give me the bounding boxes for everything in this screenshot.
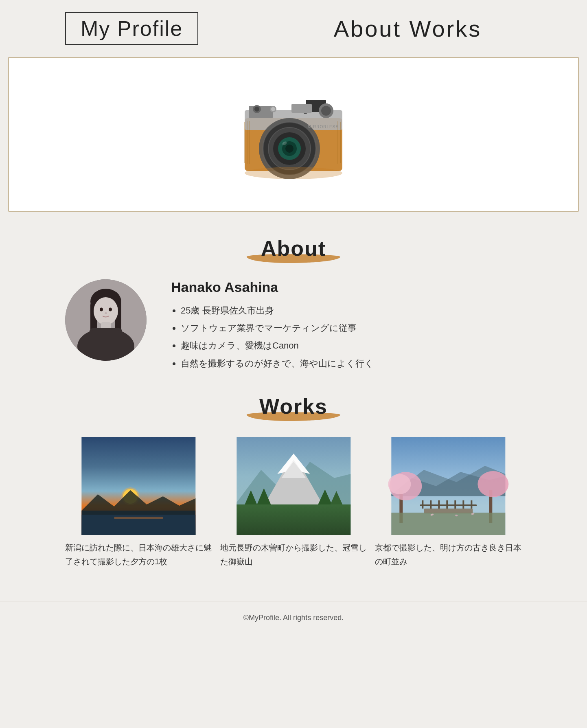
work-caption-1: 新潟に訪れた際に、日本海の雄大さに魅了されて撮影した夕方の1枚 xyxy=(65,541,212,568)
my-profile-title: My Profile xyxy=(65,12,198,45)
about-works-title: About Works xyxy=(334,15,482,42)
svg-point-9 xyxy=(321,106,331,116)
svg-rect-70 xyxy=(438,500,440,509)
svg-point-11 xyxy=(271,107,275,111)
profile-list: 25歳 長野県佐久市出身 ソフトウェア業界でマーケティングに従事 趣味はカメラ、… xyxy=(171,303,522,371)
list-item: 25歳 長野県佐久市出身 xyxy=(181,303,522,318)
work-caption-3: 京都で撮影した、明け方の古き良き日本の町並み xyxy=(375,541,522,568)
camera-svg: MIRRORLESS xyxy=(228,77,359,191)
about-section: About xyxy=(0,228,587,390)
svg-rect-53 xyxy=(237,504,350,535)
svg-rect-73 xyxy=(463,500,464,509)
svg-point-33 xyxy=(94,297,118,325)
profile-info: Hanako Asahina 25歳 長野県佐久市出身 ソフトウェア業界でマーケ… xyxy=(171,279,522,374)
list-item: 趣味はカメラ、愛機はCanon xyxy=(181,338,522,353)
svg-rect-2 xyxy=(249,106,273,118)
svg-point-34 xyxy=(100,308,103,311)
work-item-3: 京都で撮影した、明け方の古き良き日本の町並み xyxy=(375,437,522,568)
header-left: My Profile xyxy=(65,12,294,45)
footer: ©MyProfile. All rights reserved. xyxy=(0,601,587,634)
profile-name: Hanako Asahina xyxy=(171,279,522,295)
svg-point-65 xyxy=(478,471,509,497)
svg-rect-75 xyxy=(392,513,506,535)
svg-point-4 xyxy=(254,107,259,112)
work-item-2: 地元長野の木曽町から撮影した、冠雪した御嶽山 xyxy=(220,437,367,568)
header: My Profile About Works xyxy=(0,0,587,53)
work-image-1 xyxy=(65,437,212,535)
works-title-container: Works xyxy=(65,394,522,421)
work-item-1: 新潟に訪れた際に、日本海の雄大さに魅了されて撮影した夕方の1枚 xyxy=(65,437,212,568)
svg-rect-71 xyxy=(447,500,448,509)
svg-rect-7 xyxy=(291,104,312,113)
avatar xyxy=(65,279,147,361)
works-heading: Works xyxy=(259,394,328,421)
work-image-3 xyxy=(375,437,522,535)
svg-rect-69 xyxy=(430,500,432,509)
about-content: Hanako Asahina 25歳 長野県佐久市出身 ソフトウェア業界でマーケ… xyxy=(65,279,522,374)
camera-section: MIRRORLESS xyxy=(8,57,579,212)
svg-point-35 xyxy=(109,308,112,311)
list-item: ソフトウェア業界でマーケティングに従事 xyxy=(181,321,522,335)
svg-point-63 xyxy=(388,474,411,494)
svg-text:MIRRORLESS: MIRRORLESS xyxy=(308,125,339,129)
work-image-2 xyxy=(220,437,367,535)
works-section: Works xyxy=(0,390,587,593)
avatar-svg xyxy=(65,279,147,361)
svg-point-36 xyxy=(105,312,107,314)
about-title-container: About xyxy=(65,236,522,263)
svg-rect-67 xyxy=(420,504,477,506)
about-heading: About xyxy=(261,236,326,263)
svg-point-18 xyxy=(285,145,294,153)
svg-rect-47 xyxy=(114,517,163,519)
works-grid: 新潟に訪れた際に、日本海の雄大さに魅了されて撮影した夕方の1枚 xyxy=(65,437,522,568)
svg-point-27 xyxy=(245,167,342,179)
list-item: 自然を撮影するのが好きで、海や山によく行く xyxy=(181,356,522,371)
svg-rect-68 xyxy=(422,500,424,509)
svg-rect-74 xyxy=(471,500,473,509)
header-right: About Works xyxy=(294,15,522,42)
work-caption-2: 地元長野の木曽町から撮影した、冠雪した御嶽山 xyxy=(220,541,367,568)
camera-illustration: MIRRORLESS xyxy=(228,77,359,191)
copyright-text: ©MyProfile. All rights reserved. xyxy=(243,614,344,622)
svg-rect-72 xyxy=(455,500,456,509)
